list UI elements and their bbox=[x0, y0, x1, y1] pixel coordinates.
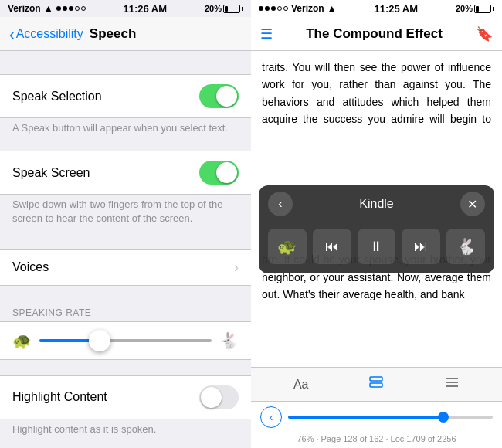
book-content-top: traits. You will then see the power of i… bbox=[251, 51, 502, 127]
battery-left: 20% bbox=[205, 4, 243, 13]
speak-screen-row: Speak Screen bbox=[0, 151, 251, 194]
highlight-content-toggle[interactable] bbox=[199, 385, 239, 409]
toggle-knob-highlight bbox=[201, 387, 222, 408]
speaking-rate-slider[interactable] bbox=[39, 339, 212, 342]
nav-bar-left: ‹ Accessibility Speech bbox=[0, 17, 251, 51]
highlight-section: Highlight Content bbox=[0, 375, 251, 419]
back-button[interactable]: ‹ Accessibility bbox=[9, 26, 83, 42]
wifi-icon-left: ▲ bbox=[44, 3, 53, 14]
list-icon bbox=[444, 375, 460, 390]
bottom-toolbar: Aa bbox=[251, 367, 502, 401]
turtle-icon: 🐢 bbox=[12, 331, 32, 350]
kindle-back-icon: ‹ bbox=[278, 197, 282, 211]
speak-screen-label: Speak Screen bbox=[12, 166, 90, 180]
section-gap-3 bbox=[0, 286, 251, 301]
progress-dot bbox=[438, 412, 449, 423]
time-left: 11:26 AM bbox=[123, 3, 167, 15]
battery-tip-left bbox=[242, 7, 243, 11]
status-left-info: Verizon ▲ bbox=[8, 3, 86, 14]
battery-pct-right: 20% bbox=[456, 4, 473, 13]
progress-back-button[interactable]: ‹ bbox=[260, 406, 282, 428]
rdot2 bbox=[265, 6, 270, 11]
progress-back-icon: ‹ bbox=[270, 411, 273, 423]
battery-fill-right bbox=[476, 6, 479, 12]
progress-section: ‹ bbox=[251, 401, 502, 433]
speak-selection-toggle[interactable] bbox=[199, 84, 239, 108]
speak-selection-label: Speak Selection bbox=[12, 90, 102, 104]
speak-selection-hint: A Speak button will appear when you sele… bbox=[0, 118, 251, 143]
time-right: 11:25 AM bbox=[374, 3, 418, 15]
battery-fill-left bbox=[225, 6, 228, 12]
toggle-knob-speak-screen bbox=[216, 162, 237, 183]
status-bar-left: Verizon ▲ 11:26 AM 20% bbox=[0, 0, 251, 17]
voices-row[interactable]: Voices › bbox=[0, 249, 251, 286]
progress-fill bbox=[288, 416, 443, 419]
kindle-header: ‹ Kindle ✕ bbox=[259, 185, 494, 222]
kindle-controls: 🐢 ⏮ ⏸ ⏭ 🐇 bbox=[259, 222, 494, 273]
right-panel: Verizon ▲ 11:25 AM 20% ☰ The Compound Ef… bbox=[251, 0, 502, 448]
section-gap-2 bbox=[0, 234, 251, 249]
signal-dots-left bbox=[56, 6, 86, 11]
kindle-back-button[interactable]: ‹ bbox=[268, 192, 293, 216]
kindle-close-icon: ✕ bbox=[467, 197, 477, 212]
rdot5 bbox=[283, 6, 288, 11]
kindle-next-button[interactable]: ⏭ bbox=[402, 229, 440, 264]
list-icon-button[interactable] bbox=[438, 372, 466, 397]
status-bar-right: Verizon ▲ 11:25 AM 20% bbox=[251, 0, 502, 17]
status-right-left-info: Verizon ▲ bbox=[259, 3, 337, 14]
dot1 bbox=[56, 6, 61, 11]
book-title: The Compound Effect bbox=[273, 26, 476, 42]
card-icon-button[interactable] bbox=[362, 372, 390, 397]
nav-title-speech: Speech bbox=[90, 26, 136, 42]
rdot3 bbox=[271, 6, 276, 11]
battery-tip-right bbox=[493, 7, 494, 11]
kindle-pause-button[interactable]: ⏸ bbox=[358, 229, 396, 264]
voices-label: Voices bbox=[12, 260, 49, 274]
svg-rect-1 bbox=[370, 383, 382, 387]
progress-track[interactable] bbox=[288, 416, 493, 419]
speak-screen-toggle[interactable] bbox=[199, 161, 239, 185]
progress-info: 76% · Page 128 of 162 · Loc 1709 of 2256 bbox=[251, 433, 502, 448]
kindle-close-button[interactable]: ✕ bbox=[460, 192, 485, 216]
speak-selection-section: Speak Selection bbox=[0, 74, 251, 118]
highlight-content-row: Highlight Content bbox=[0, 376, 251, 419]
dot3 bbox=[69, 6, 73, 11]
signal-dots-right bbox=[259, 6, 288, 11]
carrier-left: Verizon bbox=[8, 3, 41, 14]
bookmark-icon[interactable]: 🔖 bbox=[476, 25, 493, 42]
speak-selection-row: Speak Selection bbox=[0, 75, 251, 117]
battery-body-right bbox=[474, 5, 491, 13]
card-icon bbox=[368, 375, 384, 390]
back-label: Accessibility bbox=[16, 27, 83, 41]
svg-rect-0 bbox=[370, 377, 382, 381]
section-gap-4 bbox=[0, 360, 251, 375]
speak-screen-hint: Swipe down with two fingers from the top… bbox=[0, 195, 251, 233]
battery-right: 20% bbox=[456, 4, 494, 13]
dot5 bbox=[81, 6, 86, 11]
kindle-slow-button[interactable]: 🐢 bbox=[268, 229, 307, 264]
rdot1 bbox=[259, 6, 263, 11]
speak-screen-section: Speak Screen bbox=[0, 151, 251, 195]
wifi-icon-right: ▲ bbox=[327, 3, 337, 14]
kindle-overlay: ‹ Kindle ✕ 🐢 ⏮ ⏸ ⏭ 🐇 bbox=[259, 185, 494, 273]
left-panel: Verizon ▲ 11:26 AM 20% ‹ Accessibility S… bbox=[0, 0, 251, 448]
kindle-title: Kindle bbox=[359, 197, 393, 211]
speaking-rate-header: SPEAKING RATE bbox=[0, 301, 251, 321]
kindle-fast-button[interactable]: 🐇 bbox=[446, 229, 485, 264]
section-gap-1 bbox=[0, 51, 251, 66]
rabbit-icon: 🐇 bbox=[219, 331, 239, 350]
highlight-hint: Highlight content as it is spoken. bbox=[0, 419, 251, 444]
highlight-content-label: Highlight Content bbox=[12, 390, 107, 404]
font-button[interactable]: Aa bbox=[287, 375, 315, 395]
voices-chevron-icon: › bbox=[234, 260, 239, 276]
rdot4 bbox=[277, 6, 282, 11]
dot4 bbox=[75, 6, 80, 11]
carrier-right: Verizon bbox=[291, 3, 324, 14]
speaking-rate-section: 🐢 🐇 bbox=[0, 321, 251, 360]
kindle-prev-button[interactable]: ⏮ bbox=[313, 229, 351, 264]
slider-thumb[interactable] bbox=[89, 330, 110, 351]
dot2 bbox=[63, 6, 67, 11]
nav-bar-right: ☰ The Compound Effect 🔖 bbox=[251, 17, 502, 51]
hamburger-icon[interactable]: ☰ bbox=[260, 25, 273, 42]
toggle-knob-speak-selection bbox=[216, 86, 237, 107]
